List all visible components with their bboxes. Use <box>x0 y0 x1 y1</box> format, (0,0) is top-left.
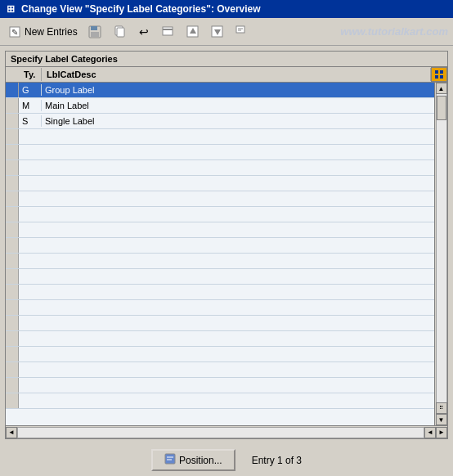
new-entries-label: New Entries <box>25 26 78 38</box>
cut-button[interactable] <box>159 23 178 41</box>
empty-row <box>6 362 434 378</box>
table-rows-container: G Group Label M Main Label S <box>6 83 434 425</box>
position-icon <box>164 453 176 467</box>
panel-title: Specify Label Categories <box>6 52 447 67</box>
scroll-right-button[interactable]: ► <box>436 427 447 438</box>
empty-row <box>6 331 434 347</box>
svg-rect-17 <box>440 70 443 74</box>
row-selector <box>6 83 19 97</box>
h-scroll-track[interactable] <box>17 427 424 438</box>
svg-rect-6 <box>117 28 124 37</box>
copy-button[interactable] <box>110 23 129 41</box>
scroll-down-button[interactable]: ▼ <box>436 414 447 425</box>
row-selector <box>6 114 19 128</box>
svg-rect-18 <box>435 75 438 79</box>
save-icon <box>87 25 102 39</box>
svg-rect-19 <box>440 75 443 79</box>
window-icon: ⊞ <box>5 3 16 15</box>
horizontal-scrollbar: ◄ ◄ ► <box>6 425 447 438</box>
entry-count: Entry 1 of 3 <box>252 455 302 466</box>
panel: Specify Label Categories Ty. LblCatDesc <box>5 51 448 439</box>
column-settings-icon[interactable] <box>431 67 447 82</box>
empty-row <box>6 207 434 222</box>
move-up-icon <box>186 25 200 39</box>
cell-type: M <box>19 100 42 111</box>
scroll-up-button[interactable]: ▲ <box>436 83 447 94</box>
new-entries-icon: ✎ <box>7 25 22 39</box>
undo-icon: ↩ <box>137 25 151 39</box>
row-selector <box>6 98 19 113</box>
col-header-type: Ty. <box>19 68 42 81</box>
cell-desc: Group Label <box>42 84 434 96</box>
find-icon <box>235 25 249 39</box>
content-area: Specify Label Categories Ty. LblCatDesc <box>0 46 453 444</box>
empty-row <box>6 393 434 409</box>
cut-icon <box>161 25 176 39</box>
empty-row <box>6 129 434 145</box>
find-button[interactable] <box>232 23 252 41</box>
save-button[interactable] <box>85 23 105 41</box>
empty-row <box>6 160 434 176</box>
empty-row <box>6 285 434 300</box>
empty-row <box>6 191 434 207</box>
table-container: Ty. LblCatDesc <box>6 67 447 438</box>
svg-rect-3 <box>91 26 97 30</box>
toolbar: ✎ New Entries ↩ <box>0 18 453 46</box>
table-header: Ty. LblCatDesc <box>6 67 447 83</box>
empty-row <box>6 222 434 238</box>
svg-rect-4 <box>91 32 99 37</box>
svg-rect-7 <box>163 27 173 35</box>
svg-rect-20 <box>165 454 175 464</box>
cell-desc: Main Label <box>42 100 434 111</box>
empty-row <box>6 269 434 285</box>
watermark: www.tutorialkart.com <box>340 25 448 38</box>
copy-icon <box>112 25 127 39</box>
cell-type: G <box>19 84 42 96</box>
scroll-track[interactable] <box>436 94 447 402</box>
table-row[interactable]: M Main Label <box>6 98 434 114</box>
table-row[interactable]: S Single Label <box>6 114 434 129</box>
window-title: Change View "Specify Label Categories": … <box>21 3 261 15</box>
cell-desc: Single Label <box>42 115 434 127</box>
table-wrapper: G Group Label M Main Label S <box>6 83 447 425</box>
svg-rect-16 <box>435 70 438 74</box>
svg-text:✎: ✎ <box>11 28 18 37</box>
col-header-desc: LblCatDesc <box>42 68 431 81</box>
position-button-label: Position... <box>179 455 222 466</box>
status-bar: Position... Entry 1 of 3 <box>0 444 453 476</box>
empty-row <box>6 238 434 254</box>
empty-row <box>6 145 434 160</box>
svg-rect-13 <box>236 26 244 33</box>
svg-rect-8 <box>163 29 173 30</box>
scroll-left-button[interactable]: ◄ <box>6 427 17 438</box>
empty-row <box>6 347 434 362</box>
move-down-button[interactable] <box>208 23 227 41</box>
empty-row <box>6 176 434 191</box>
table-row[interactable]: G Group Label <box>6 83 434 98</box>
title-bar: ⊞ Change View "Specify Label Categories"… <box>0 0 453 18</box>
vertical-scrollbar[interactable]: ▲ ⠿ ▼ <box>434 83 447 425</box>
undo-button[interactable]: ↩ <box>134 23 154 41</box>
move-down-icon <box>210 25 225 39</box>
empty-row <box>6 378 434 393</box>
main-window: ⊞ Change View "Specify Label Categories"… <box>0 0 453 476</box>
resize-handle[interactable]: ⠿ <box>436 402 447 414</box>
empty-row <box>6 300 434 316</box>
move-up-button[interactable] <box>183 23 203 41</box>
new-entries-button[interactable]: ✎ New Entries <box>5 23 80 41</box>
scroll-left2-button[interactable]: ◄ <box>424 427 436 438</box>
cell-type: S <box>19 115 42 127</box>
position-button[interactable]: Position... <box>151 449 235 471</box>
empty-row <box>6 254 434 269</box>
empty-row <box>6 316 434 331</box>
